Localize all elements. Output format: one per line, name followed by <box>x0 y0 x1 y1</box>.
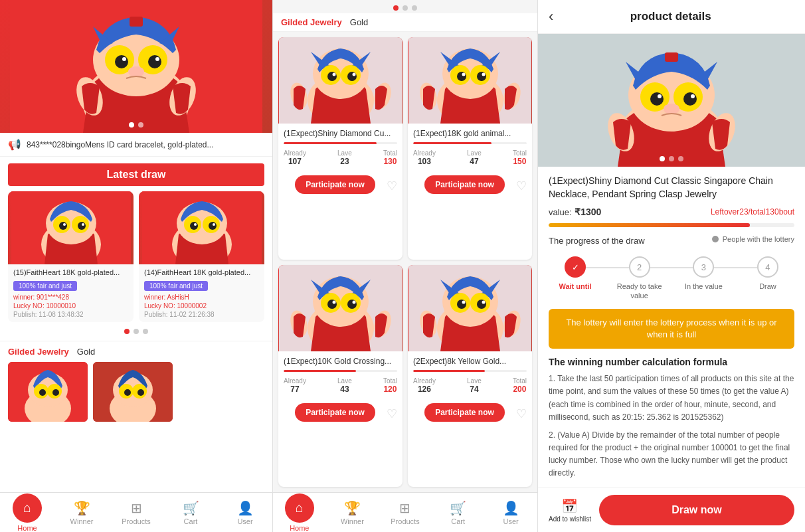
value-label-group: value: ₹1300 <box>549 206 601 218</box>
add-wishlist-button[interactable]: 📅 Add to wishlist <box>549 498 591 523</box>
hero-dot-1 <box>129 122 134 128</box>
mid-nav-user[interactable]: 👤 User <box>484 493 537 532</box>
right-bottom-bar: 📅 Add to wishlist Draw now <box>538 488 805 532</box>
heart-icon-2[interactable]: ♡ <box>516 179 527 193</box>
left-nav-cart[interactable]: 🛒 Cart <box>163 493 218 532</box>
left-category-sub[interactable]: Gold <box>77 347 95 357</box>
draw-item-2-winner: winner: AsHisH <box>144 294 259 301</box>
wishlist-icon: 📅 <box>561 498 578 514</box>
product-1-name: (1Expect)Shiny Diamond Cu... <box>284 129 397 138</box>
mid-dot-1 <box>393 5 399 11</box>
product-card-3[interactable]: (1Expect)10K Gold Crossing... Already 77… <box>278 265 402 488</box>
step-3-circle: 3 <box>693 256 714 278</box>
svg-point-20 <box>59 222 67 230</box>
svg-point-70 <box>477 72 486 81</box>
draw-item-1-info: (15)FaithHeart 18K gold-plated... 100% f… <box>8 264 134 322</box>
draw-item-2-name: (14)FaithHeart 18K gold-plated... <box>144 268 259 276</box>
mid-category-sub[interactable]: Gold <box>350 17 368 27</box>
left-category-bar: Gilded Jewelry Gold <box>0 341 272 362</box>
right-panel-title: product details <box>561 10 780 23</box>
svg-point-30 <box>209 222 217 230</box>
bottom-thumb-1[interactable] <box>8 362 88 422</box>
product-3-already: Already 77 <box>284 377 306 394</box>
product-2-total: Total 150 <box>513 149 527 166</box>
heart-icon-4[interactable]: ♡ <box>516 406 527 421</box>
participate-btn-2[interactable]: Participate now <box>424 175 505 194</box>
svg-point-113 <box>650 92 664 106</box>
svg-point-69 <box>457 72 466 81</box>
product-3-progress-fill <box>284 370 356 372</box>
svg-rect-110 <box>665 52 678 62</box>
hero-dot-2 <box>138 122 143 128</box>
draw-item-2-lucky: Lucky NO: 10000002 <box>144 302 259 310</box>
product-card-4[interactable]: (2Expect)8k Yellow Gold... Already 126 L… <box>408 265 532 488</box>
fair-badge-1: 100% fair and just <box>13 281 77 291</box>
product-2-already: Already 103 <box>413 149 436 166</box>
mid-nav-home[interactable]: ⌂ Home <box>273 493 326 532</box>
svg-point-11 <box>155 57 159 61</box>
heart-icon-3[interactable]: ♡ <box>387 406 397 421</box>
mid-trophy-icon: 🏆 <box>344 500 361 516</box>
mid-category-bar: Gilded Jewelry Gold <box>273 13 537 32</box>
draw-item-1-lucky: Lucky NO: 10000010 <box>13 302 128 310</box>
right-img-dot-3 <box>678 156 683 161</box>
mid-nav-home-label: Home <box>290 524 309 532</box>
left-nav-user[interactable]: 👤 User <box>218 493 272 532</box>
bottom-thumb-2[interactable] <box>93 362 173 422</box>
left-nav-winner[interactable]: 🏆 Winner <box>54 493 109 532</box>
step-3: 3 In the value <box>677 256 730 291</box>
step-3-label: In the value <box>685 282 723 291</box>
product-card-2[interactable]: (1Expect)18K gold animal... Already 103 … <box>408 37 532 260</box>
mid-nav-cart[interactable]: 🛒 Cart <box>432 493 485 532</box>
svg-point-55 <box>327 72 337 81</box>
product-1-lave: Lave 23 <box>337 149 352 166</box>
draw-item-1[interactable]: (15)FaithHeart 18K gold-plated... 100% f… <box>8 191 134 322</box>
step-1: ✓ Wait until <box>549 256 602 291</box>
draw-now-button[interactable]: Draw now <box>599 495 794 525</box>
mid-nav-winner-label: Winner <box>341 517 364 525</box>
mid-nav-products[interactable]: ⊞ Products <box>379 493 432 532</box>
product-2-body: (1Expect)18K gold animal... Already 103 … <box>408 124 532 175</box>
participate-btn-3[interactable]: Participate now <box>295 403 375 422</box>
product-3-lave: Lave 43 <box>337 377 352 394</box>
mid-category-tag[interactable]: Gilded Jewelry <box>281 17 342 27</box>
mid-bottom-nav: ⌂ Home 🏆 Winner ⊞ Products 🛒 Cart 👤 User <box>273 492 537 532</box>
speaker-icon: 📢 <box>8 138 21 151</box>
left-nav-cart-label: Cart <box>184 517 198 525</box>
mid-dot-2 <box>402 5 408 11</box>
left-nav-home[interactable]: ⌂ Home <box>0 493 54 532</box>
svg-point-85 <box>333 300 336 304</box>
product-1-stats: Already 107 Lave 23 Total 130 <box>284 149 397 166</box>
svg-point-8 <box>115 55 128 68</box>
right-progress-fill <box>549 223 750 227</box>
participate-btn-1[interactable]: Participate now <box>295 175 375 194</box>
left-nav-products-label: Products <box>122 517 150 525</box>
product-4-progress-fill <box>413 370 485 372</box>
value-row: value: ₹1300 Leftover23/total130bout <box>549 206 794 218</box>
step-2-circle: 2 <box>629 256 650 278</box>
home-icon: ⌂ <box>23 500 31 515</box>
mid-nav-winner[interactable]: 🏆 Winner <box>326 493 379 532</box>
product-2-lave: Lave 47 <box>467 149 482 166</box>
step-1-label: Wait until <box>559 282 591 291</box>
draw-progress-section: The progress of the draw People with the… <box>549 235 794 301</box>
draw-item-2[interactable]: (14)FaithHeart 18K gold-plated... 100% f… <box>139 191 264 322</box>
lottery-dot <box>712 236 719 242</box>
right-content: (1Expect)Shiny Diamond Cut Classic Singa… <box>538 167 805 488</box>
back-button[interactable]: ‹ <box>549 8 553 25</box>
product-card-1[interactable]: (1Expect)Shiny Diamond Cu... Already 107… <box>278 37 402 260</box>
product-4-lave: Lave 74 <box>467 377 482 394</box>
svg-point-84 <box>347 300 357 309</box>
product-4-already: Already 126 <box>413 377 436 394</box>
product-4-body: (2Expect)8k Yellow Gold... Already 126 L… <box>408 351 532 403</box>
svg-point-56 <box>347 72 357 81</box>
left-nav-products[interactable]: ⊞ Products <box>109 493 163 532</box>
left-category-tag[interactable]: Gilded Jewelry <box>8 347 69 357</box>
product-1-progress-bar <box>284 142 397 144</box>
svg-point-29 <box>190 222 198 230</box>
heart-icon-1[interactable]: ♡ <box>387 179 397 193</box>
participate-btn-4[interactable]: Participate now <box>424 403 505 422</box>
bottom-product-row <box>0 362 272 427</box>
step-4-label: Draw <box>759 282 776 291</box>
product-1-already: Already 107 <box>284 149 306 166</box>
